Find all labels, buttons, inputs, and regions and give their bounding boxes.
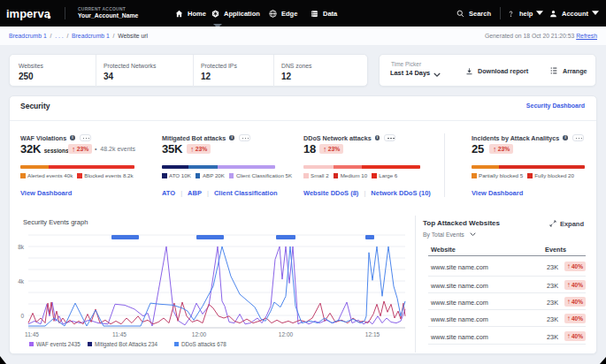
svg-text:12:15: 12:15 — [365, 331, 380, 337]
svg-text:11:45: 11:45 — [112, 331, 127, 337]
svg-text:DDoS attacks 678: DDoS attacks 678 — [181, 341, 226, 347]
svg-text:11:45: 11:45 — [25, 331, 39, 337]
svg-text:4k: 4k — [18, 278, 25, 284]
svg-text:0: 0 — [20, 313, 24, 319]
svg-text:8k: 8k — [18, 244, 25, 250]
svg-text:12:00: 12:00 — [279, 331, 294, 337]
svg-text:12:00: 12:00 — [192, 331, 207, 337]
svg-text:Mitigated Bot Attacks 234: Mitigated Bot Attacks 234 — [95, 341, 158, 348]
svg-text:WAF events 2435: WAF events 2435 — [36, 341, 81, 347]
